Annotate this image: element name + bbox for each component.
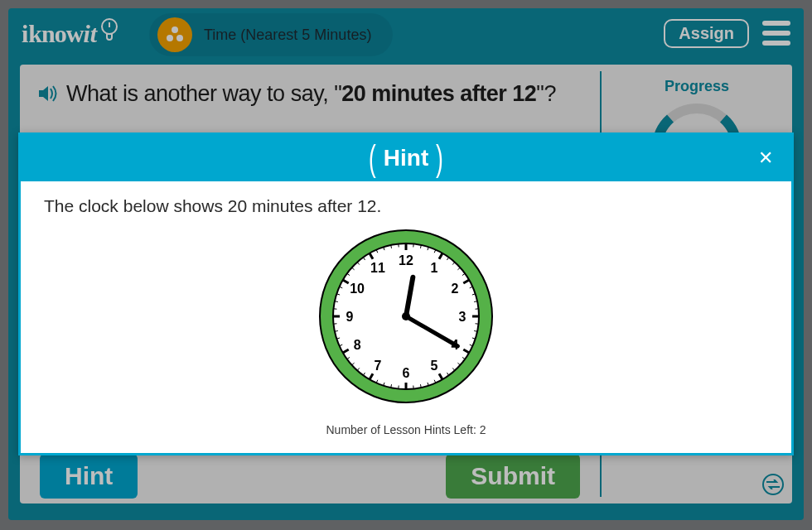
svg-point-81 xyxy=(402,312,410,320)
svg-text:12: 12 xyxy=(399,253,413,267)
svg-text:3: 3 xyxy=(459,310,466,324)
clock-wrap: 121234567891011 xyxy=(44,216,768,417)
svg-text:7: 7 xyxy=(375,359,382,373)
paren-right-icon: ) xyxy=(436,137,443,179)
paren-left-icon: ( xyxy=(369,137,376,179)
svg-text:10: 10 xyxy=(350,282,365,296)
close-icon[interactable]: ✕ xyxy=(758,147,773,169)
svg-text:8: 8 xyxy=(354,338,361,352)
hint-title-wrap: ( Hint ) xyxy=(366,137,446,179)
hints-left-row: Number of Lesson Hints Left: 2 xyxy=(44,417,768,445)
svg-text:11: 11 xyxy=(370,261,385,275)
svg-text:1: 1 xyxy=(431,261,438,275)
svg-text:6: 6 xyxy=(403,366,410,380)
hint-modal-header: ( Hint ) ✕ xyxy=(21,135,791,181)
hint-text: The clock below shows 20 minutes after 1… xyxy=(44,196,768,216)
svg-text:5: 5 xyxy=(431,359,438,373)
hint-modal-body: The clock below shows 20 minutes after 1… xyxy=(21,181,791,453)
clock-icon: 121234567891011 xyxy=(317,228,495,405)
hints-left-count: 2 xyxy=(480,423,486,436)
svg-text:9: 9 xyxy=(346,310,354,324)
hints-left-label: Number of Lesson Hints Left: xyxy=(326,423,480,436)
svg-text:2: 2 xyxy=(451,282,458,296)
hint-modal-title: Hint xyxy=(384,145,428,171)
hint-modal: ( Hint ) ✕ The clock below shows 20 minu… xyxy=(18,132,794,455)
